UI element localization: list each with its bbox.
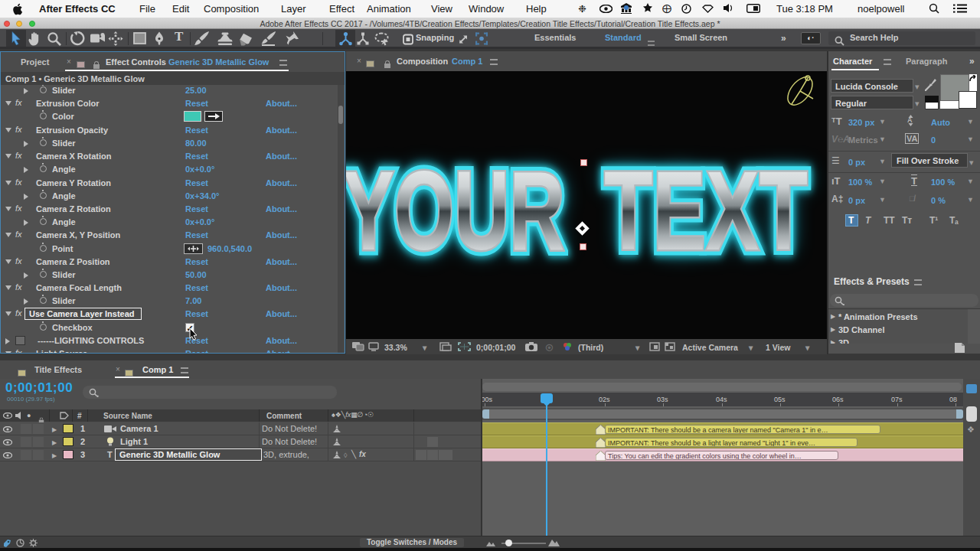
svg-text:A: A <box>907 116 913 124</box>
